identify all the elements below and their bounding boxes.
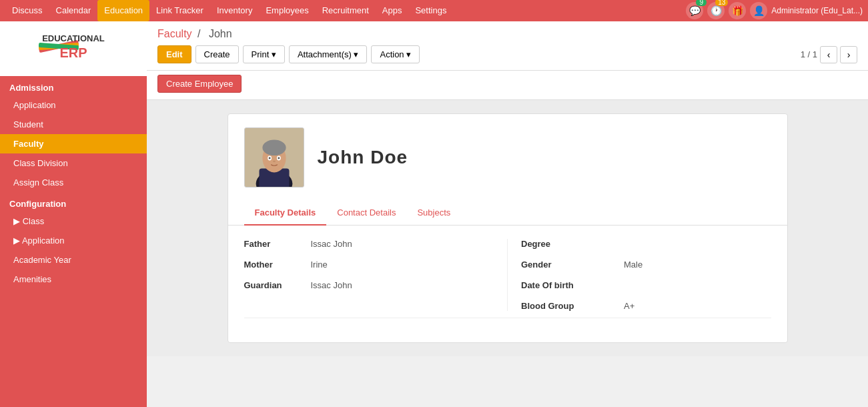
nav-link-tracker[interactable]: Link Tracker [149, 0, 210, 21]
gift-icon[interactable]: 🎁 [729, 2, 746, 19]
top-navigation: Discuss Calendar Education Link Tracker … [0, 0, 868, 21]
svg-text:ERP: ERP [59, 45, 87, 60]
activity-icon-wrap[interactable]: 🕐 13 [707, 2, 725, 19]
nav-calendar[interactable]: Calendar [49, 0, 98, 21]
mother-label: Mother [244, 260, 311, 270]
sidebar-logo: EDUCATIONAL ERP [0, 21, 147, 76]
create-employee-button[interactable]: Create Employee [157, 75, 242, 93]
guardian-value: Issac John [311, 280, 352, 290]
faculty-photo [244, 127, 304, 187]
dob-label: Date Of birth [521, 280, 621, 290]
faculty-card: John Doe Faculty Details Contact Details… [228, 113, 788, 343]
chat-icon-wrap[interactable]: 💬 9 [686, 2, 703, 19]
svg-point-15 [273, 160, 276, 162]
sidebar-item-config-application[interactable]: ▶ Application [0, 231, 147, 250]
nav-education[interactable]: Education [97, 0, 149, 21]
chat-badge: 9 [696, 0, 707, 6]
gender-value: Male [624, 260, 771, 270]
nav-employees[interactable]: Employees [259, 0, 315, 21]
breadcrumb-current: John [209, 28, 232, 39]
pagination-text: 1 / 1 [801, 49, 817, 59]
next-page-button[interactable]: › [840, 46, 857, 63]
create-button[interactable]: Create [195, 45, 239, 63]
activity-badge: 13 [715, 0, 728, 6]
sidebar-item-application[interactable]: Application [0, 95, 147, 115]
dob-value [624, 280, 771, 290]
col-divider [507, 239, 508, 311]
svg-text:EDUCATIONAL: EDUCATIONAL [42, 33, 105, 43]
avatar-icon[interactable]: 👤 [750, 2, 767, 19]
degree-label: Degree [521, 239, 621, 249]
gender-label: Gender [521, 260, 621, 270]
sidebar-item-faculty[interactable]: Faculty [0, 134, 147, 153]
mother-row: Mother Irine [244, 260, 494, 270]
svg-point-14 [278, 157, 280, 159]
sidebar-item-class-division[interactable]: Class Division [0, 153, 147, 173]
sidebar: EDUCATIONAL ERP Admission Application St… [0, 21, 147, 407]
father-value: Issac John [311, 239, 352, 249]
nav-settings[interactable]: Settings [408, 0, 453, 21]
configuration-section-title: Configuration [0, 192, 147, 212]
father-row: Father Issac John [244, 239, 494, 249]
sidebar-item-assign-class[interactable]: Assign Class [0, 173, 147, 192]
nav-inventory[interactable]: Inventory [210, 0, 259, 21]
pagination: 1 / 1 ‹ › [801, 46, 857, 63]
detail-divider [244, 318, 771, 318]
svg-point-13 [268, 157, 270, 159]
faculty-header: John Doe [228, 114, 787, 201]
content-header: Faculty / John Edit Create Print ▾ Attac… [147, 21, 868, 71]
svg-point-10 [262, 140, 286, 155]
breadcrumb-separator: / [197, 28, 200, 39]
blood-group-value: A+ [624, 301, 771, 311]
tab-subjects[interactable]: Subjects [406, 201, 461, 226]
faculty-tabs: Faculty Details Contact Details Subjects [228, 201, 787, 226]
admission-section-title: Admission [0, 76, 147, 95]
sidebar-item-class[interactable]: ▶ Class [0, 212, 147, 231]
nav-recruitment[interactable]: Recruitment [316, 0, 376, 21]
content-body: John Doe Faculty Details Contact Details… [147, 100, 868, 356]
tab-faculty-details[interactable]: Faculty Details [244, 201, 327, 226]
breadcrumb-parent[interactable]: Faculty [157, 28, 192, 39]
guardian-label: Guardian [244, 280, 311, 290]
nav-discuss[interactable]: Discuss [5, 0, 49, 21]
expand-icon-app: ▶ [13, 236, 22, 246]
prev-page-button[interactable]: ‹ [820, 46, 837, 63]
print-button[interactable]: Print ▾ [243, 45, 285, 63]
sidebar-item-amenities[interactable]: Amenities [0, 270, 147, 289]
father-label: Father [244, 239, 311, 249]
degree-value [624, 239, 771, 249]
action-button[interactable]: Action ▾ [371, 45, 420, 63]
nav-apps[interactable]: Apps [376, 0, 409, 21]
edit-button[interactable]: Edit [157, 45, 191, 63]
blood-group-label: Blood Group [521, 301, 621, 311]
sidebar-item-student[interactable]: Student [0, 115, 147, 134]
tab-contact-details[interactable]: Contact Details [326, 201, 406, 226]
admin-label: Administrator (Edu_Lat...) [771, 6, 863, 15]
attachments-button[interactable]: Attachment(s) ▾ [289, 45, 368, 63]
main-content: Faculty / John Edit Create Print ▾ Attac… [147, 21, 868, 407]
breadcrumb: Faculty / John [157, 28, 857, 40]
right-detail-grid: Degree Gender Male Date Of birth Blood G… [521, 239, 771, 311]
guardian-row: Guardian Issac John [244, 280, 494, 290]
create-employee-bar: Create Employee [147, 71, 868, 100]
sidebar-item-academic-year[interactable]: Academic Year [0, 250, 147, 270]
tab-content-faculty-details: Father Issac John Mother Irine Guardian … [228, 226, 787, 342]
toolbar: Edit Create Print ▾ Attachment(s) ▾ Acti… [157, 45, 857, 63]
mother-value: Irine [311, 260, 328, 270]
faculty-name: John Doe [318, 147, 408, 168]
expand-icon-class: ▶ [13, 216, 23, 226]
